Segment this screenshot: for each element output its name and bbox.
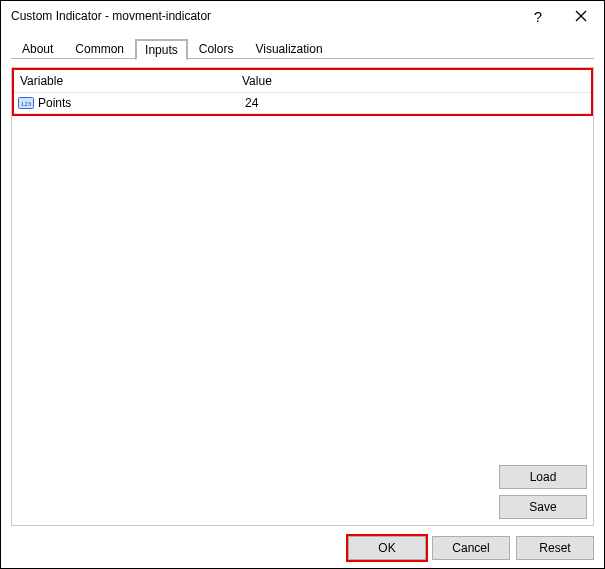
tab-label: Visualization [255, 42, 322, 56]
side-buttons: Load Save [499, 465, 587, 519]
svg-text:123: 123 [21, 100, 32, 108]
close-button[interactable] [558, 1, 604, 31]
table-row[interactable]: 123 Points 24 [14, 93, 591, 114]
tab-inputs[interactable]: Inputs [135, 39, 188, 60]
table-header: Variable Value [14, 70, 591, 93]
titlebar: Custom Indicator - movment-indicator ? [1, 1, 604, 31]
cancel-button[interactable]: Cancel [432, 536, 510, 560]
tab-label: Colors [199, 42, 234, 56]
tab-visualization[interactable]: Visualization [244, 37, 333, 60]
close-icon [575, 10, 587, 22]
tab-about[interactable]: About [11, 37, 64, 60]
dialog-footer: OK Cancel Reset [1, 530, 604, 568]
load-button[interactable]: Load [499, 465, 587, 489]
column-header-value: Value [242, 74, 591, 88]
ok-button[interactable]: OK [348, 536, 426, 560]
highlight-table-area: Variable Value 123 Points 24 [12, 68, 593, 116]
window-title: Custom Indicator - movment-indicator [11, 9, 518, 23]
cell-value[interactable]: 24 [242, 96, 591, 110]
tab-strip: About Common Inputs Colors Visualization [1, 31, 604, 59]
tab-label: Inputs [145, 43, 178, 57]
content-area: Variable Value 123 Points 24 Load S [1, 59, 604, 530]
help-button[interactable]: ? [518, 1, 558, 31]
tab-label: About [22, 42, 53, 56]
number-icon: 123 [18, 96, 34, 110]
tab-common[interactable]: Common [64, 37, 135, 60]
inputs-panel: Variable Value 123 Points 24 Load S [11, 67, 594, 526]
column-header-variable: Variable [20, 74, 242, 88]
reset-button[interactable]: Reset [516, 536, 594, 560]
tab-label: Common [75, 42, 124, 56]
tab-colors[interactable]: Colors [188, 37, 245, 60]
tab-baseline [11, 58, 594, 59]
dialog-window: Custom Indicator - movment-indicator ? A… [0, 0, 605, 569]
save-button[interactable]: Save [499, 495, 587, 519]
cell-variable: Points [38, 96, 242, 110]
